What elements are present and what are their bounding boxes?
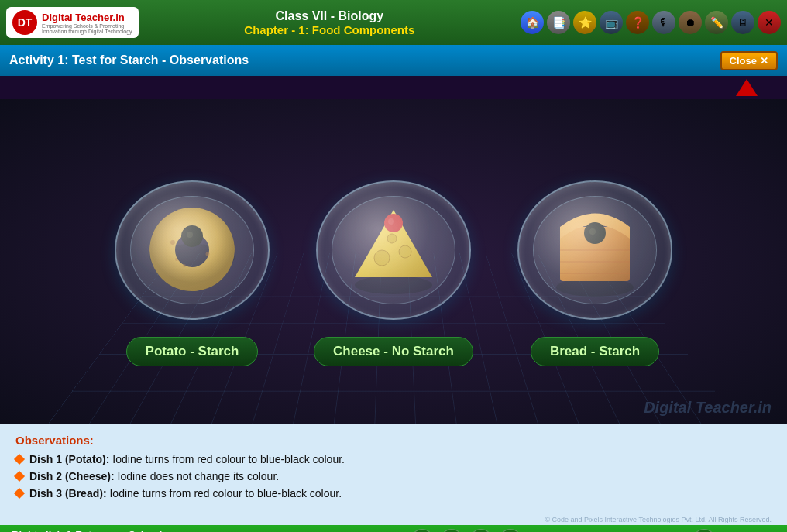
footer-controls: ▶ ⏸ 🔊 📷 bbox=[182, 529, 651, 532]
activity-bar: Activity 1: Test for Starch - Observatio… bbox=[0, 45, 787, 76]
dish-inner-cheese bbox=[332, 196, 455, 304]
app-footer: Right click & Enter your School name ▶ ⏸… bbox=[0, 525, 787, 532]
potato-label: Potato - Starch bbox=[126, 337, 259, 366]
mic-button[interactable]: 🎙 bbox=[652, 11, 675, 34]
logo-text: Digital Teacher.in Empowering Schools & … bbox=[42, 12, 132, 34]
logo-sub1: Empowering Schools & Promoting bbox=[42, 23, 132, 29]
screen-button[interactable]: 📺 bbox=[600, 11, 623, 34]
bread-label: Bread - Starch bbox=[531, 337, 659, 366]
up-arrow-icon bbox=[736, 79, 758, 96]
play-button[interactable]: ▶ bbox=[411, 529, 434, 532]
close-button[interactable]: Close ✕ bbox=[720, 51, 778, 70]
activity-title: Activity 1: Test for Starch - Observatio… bbox=[9, 53, 249, 67]
footer-right: 🔄 Page 7/29 bbox=[651, 529, 775, 532]
arrow-area bbox=[0, 76, 787, 99]
home-button[interactable]: 🏠 bbox=[521, 11, 544, 34]
dish-cheese: Cheese - No Starch bbox=[308, 173, 479, 366]
class-title: Class VII - Biology bbox=[154, 9, 505, 23]
dish-inner-bread bbox=[533, 196, 657, 304]
camera-button[interactable]: 📷 bbox=[499, 529, 522, 532]
record-button[interactable]: ⏺ bbox=[679, 11, 702, 34]
petri-dish-bread bbox=[510, 173, 680, 328]
bookmark-button[interactable]: 📑 bbox=[547, 11, 570, 34]
main-content-area: Potato - Starch bbox=[0, 99, 787, 424]
petri-dish-cheese bbox=[308, 173, 479, 328]
pen-button[interactable]: ✏️ bbox=[705, 11, 728, 34]
logo-container: DT Digital Teacher.in Empowering Schools… bbox=[6, 7, 139, 38]
star-button[interactable]: ⭐ bbox=[573, 11, 596, 34]
obs-diamond-2 bbox=[14, 471, 25, 482]
help-button[interactable]: ❓ bbox=[626, 11, 649, 34]
petri-dish-potato bbox=[107, 173, 277, 328]
refresh-button[interactable]: 🔄 bbox=[692, 529, 716, 532]
header-center: Class VII - Biology Chapter - 1: Food Co… bbox=[154, 9, 505, 36]
logo-title: Digital Teacher.in bbox=[42, 12, 132, 23]
obs-text-1: Dish 1 (Potato): Iodine turns from red c… bbox=[29, 453, 345, 465]
watermark: Digital Teacher.in bbox=[644, 399, 772, 417]
close-app-button[interactable]: ✕ bbox=[758, 11, 781, 34]
chapter-title: Chapter - 1: Food Components bbox=[154, 23, 505, 36]
school-text: Right click & Enter your School name bbox=[12, 529, 182, 532]
cheese-label: Cheese - No Starch bbox=[314, 337, 473, 366]
logo-sub2: Innovation through Digital Technology bbox=[42, 29, 132, 34]
app-header: DT Digital Teacher.in Empowering Schools… bbox=[0, 0, 787, 45]
obs-text-3: Dish 3 (Bread): Iodine turns from red co… bbox=[29, 487, 342, 499]
obs-diamond-1 bbox=[14, 454, 25, 465]
volume-button[interactable]: 🔊 bbox=[469, 529, 493, 532]
copyright-text: © Code and Pixels Interactive Technologi… bbox=[545, 516, 772, 523]
dish-bread: Bread - Starch bbox=[510, 173, 680, 366]
obs-item-1: Dish 1 (Potato): Iodine turns from red c… bbox=[15, 453, 772, 465]
obs-text-2: Dish 2 (Cheese): Iodine does not change … bbox=[29, 470, 279, 482]
obs-item-3: Dish 3 (Bread): Iodine turns from red co… bbox=[15, 487, 772, 499]
close-x-icon: ✕ bbox=[760, 55, 768, 67]
pause-button[interactable]: ⏸ bbox=[440, 529, 463, 532]
dish-potato: Potato - Starch bbox=[107, 173, 277, 366]
header-toolbar: 🏠 📑 ⭐ 📺 ❓ 🎙 ⏺ ✏️ 🖥 ✕ bbox=[521, 11, 781, 34]
logo-icon: DT bbox=[12, 10, 37, 35]
observations-title: Observations: bbox=[15, 434, 772, 447]
obs-diamond-3 bbox=[14, 488, 25, 499]
monitor-button[interactable]: 🖥 bbox=[731, 11, 754, 34]
dish-inner-potato bbox=[130, 196, 254, 304]
observations-panel: Observations: Dish 1 (Potato): Iodine tu… bbox=[0, 424, 787, 525]
dishes-container: Potato - Starch bbox=[0, 99, 787, 424]
obs-item-2: Dish 2 (Cheese): Iodine does not change … bbox=[15, 470, 772, 482]
